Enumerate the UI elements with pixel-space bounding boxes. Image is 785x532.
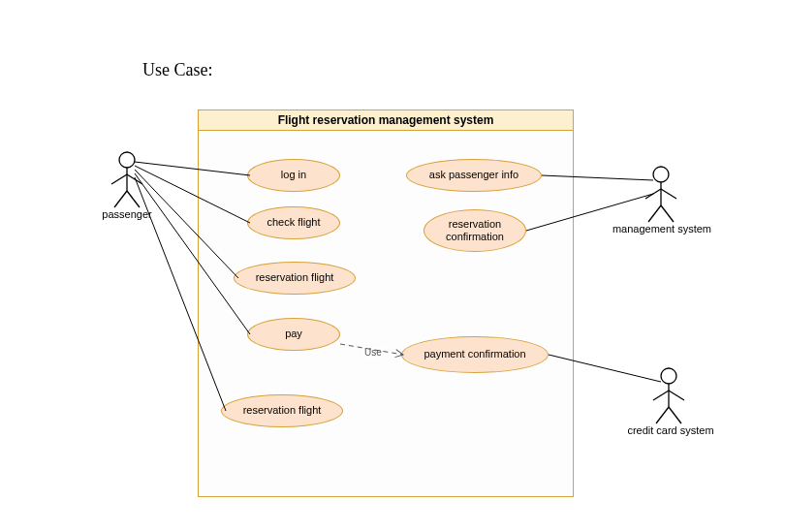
actor-management-system-icon [645,167,676,222]
usecase-payment-confirmation: payment confirmation [401,336,549,373]
actor-label-management-system: management system [599,223,725,235]
actor-label-passenger: passenger [93,208,161,220]
system-title: Flight reservation management system [198,110,574,131]
svg-line-4 [114,191,127,207]
svg-point-6 [653,167,669,182]
actor-passenger-icon [111,152,142,207]
svg-line-17 [669,407,681,423]
diagram-canvas: Use Case: Flight reservation management … [0,0,785,532]
svg-point-12 [661,368,676,384]
dependency-label-use: Use [362,347,384,358]
usecase-reservation-flight-2: reservation flight [221,394,343,427]
usecase-check-flight: check flight [247,206,340,239]
usecase-reservation-confirmation: reservation confirmation [424,209,526,252]
svg-line-16 [656,407,669,423]
svg-line-9 [661,189,676,199]
page-title: Use Case: [142,60,212,80]
usecase-reservation-flight-1: reservation flight [234,262,356,295]
actor-credit-card-system-icon [653,368,684,423]
svg-line-10 [648,205,661,222]
usecase-log-in: log in [247,159,340,192]
svg-line-8 [645,189,661,199]
actor-label-credit-card-system: credit card system [612,424,729,436]
svg-line-14 [653,391,669,400]
usecase-pay: pay [247,318,340,351]
svg-line-2 [111,174,127,184]
svg-point-0 [119,152,135,168]
svg-line-3 [127,174,142,184]
usecase-ask-passenger-info: ask passenger info [406,159,542,192]
svg-line-11 [661,205,674,222]
svg-line-15 [669,391,684,400]
svg-line-5 [127,191,140,207]
